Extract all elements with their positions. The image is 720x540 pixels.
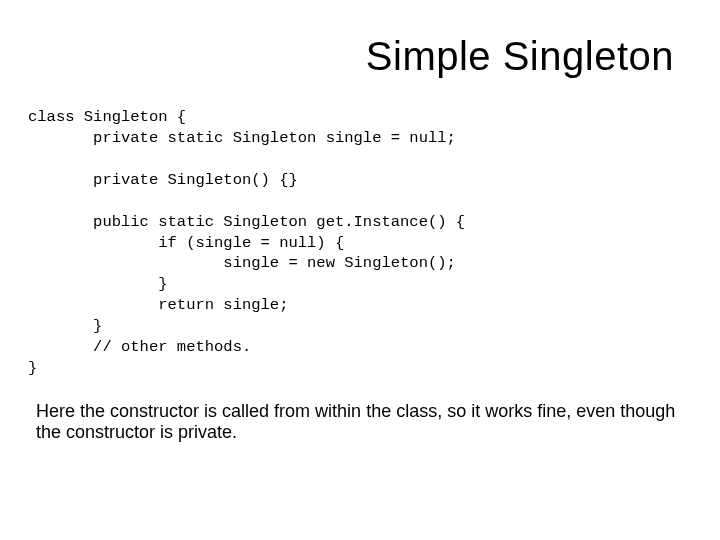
code-line: } (28, 275, 168, 293)
code-line: single = new Singleton(); (28, 254, 456, 272)
code-block: class Singleton { private static Singlet… (28, 107, 684, 379)
code-line: public static Singleton get.Instance() { (28, 213, 465, 231)
code-line: class Singleton { (28, 108, 186, 126)
slide: Simple Singleton class Singleton { priva… (0, 0, 720, 540)
code-line: // other methods. (28, 338, 251, 356)
code-line: private static Singleton single = null; (28, 129, 456, 147)
explanation-text: Here the constructor is called from with… (36, 401, 684, 443)
code-line: } (28, 359, 37, 377)
code-line: if (single = null) { (28, 234, 344, 252)
code-line: private Singleton() {} (28, 171, 298, 189)
page-title: Simple Singleton (36, 34, 674, 79)
code-line: } (28, 317, 102, 335)
code-line: return single; (28, 296, 288, 314)
